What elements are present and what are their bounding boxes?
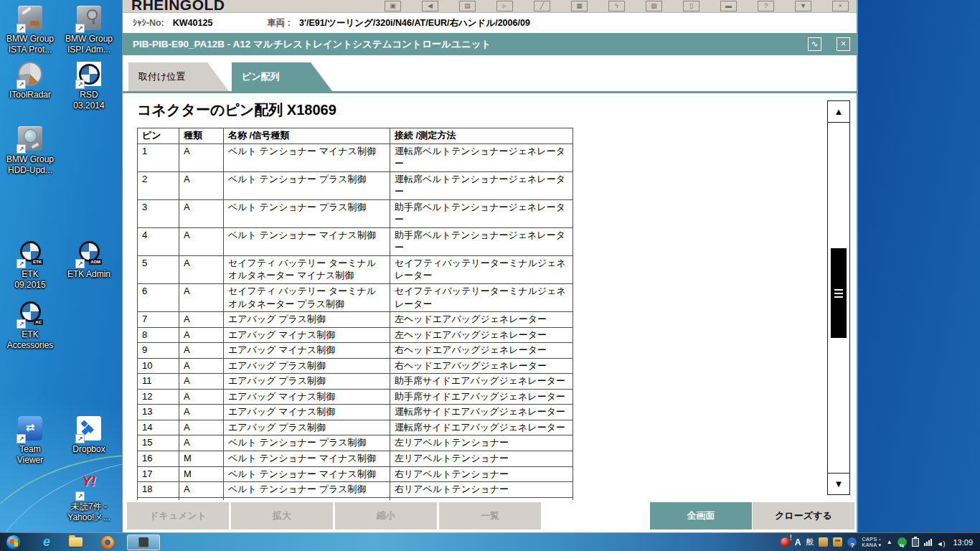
desktop-icon-etk-accessories[interactable]: ACETK Accessories — [1, 301, 59, 351]
footer-button-bar: ドキュメント拡大縮小一覧全画面クローズする — [123, 500, 857, 532]
tab-mounting-position[interactable]: 取付け位置 — [128, 62, 229, 91]
cell-pin: 4 — [138, 227, 179, 255]
cell-connection: 運転席サイドエアバッグジェネレーター — [390, 420, 573, 435]
caps-indicator[interactable]: CAPS — [862, 537, 881, 542]
connector-icon[interactable]: ϟ — [608, 1, 625, 11]
desktop-icon-etk-admin[interactable]: ADMETK Admin — [60, 241, 118, 280]
cell-pin: 8 — [138, 327, 179, 343]
shortcut-arrow-icon — [17, 24, 26, 33]
desktop-icon-label: ETK Admin — [60, 269, 118, 280]
documents-button[interactable]: ドキュメント — [127, 502, 229, 529]
notification-icon[interactable] — [781, 537, 790, 547]
cell-signal-name: エアバッグ プラス制御 — [224, 358, 390, 374]
waveform-icon[interactable]: ∿ — [808, 37, 821, 51]
scrollbar-thumb[interactable] — [831, 248, 847, 338]
save-icon[interactable]: ▣ — [385, 1, 401, 11]
scroll-down-icon[interactable]: ▼ — [828, 473, 849, 494]
desktop-icon-ista[interactable]: BMW Group ISTA Prot... — [1, 6, 59, 55]
panel-title: PIB-PIB-E90_PA12B - A12 マルチレストレイントシステムコン… — [133, 38, 491, 51]
cell-signal-name: エアバッグ マイナス制御 — [224, 389, 390, 405]
print-icon[interactable]: ▬ — [720, 1, 737, 11]
desktop-icon-label: BMW Group ISPI Adm... — [60, 34, 118, 55]
ime-toolbox-icon[interactable] — [833, 537, 842, 547]
table-row: 10Aエアバッグ プラス制御右ヘッドエアバッグジェネレーター — [138, 358, 573, 374]
help-icon[interactable]: ? — [758, 1, 774, 11]
desktop-icon-dropbox[interactable]: Dropbox — [60, 416, 118, 455]
cell-connection: 運転席サイドエアバッグジェネレーター — [390, 405, 573, 420]
vehicle-value: 3'/E91/ツーリング/320i/N46/AT/EUR/右ハンドル/2006/… — [299, 17, 530, 29]
shortcut-arrow-icon — [17, 319, 26, 329]
cell-pin: 12 — [138, 389, 179, 405]
document-icon[interactable]: ▯ — [683, 1, 699, 11]
screens-icon[interactable]: ▦ — [571, 1, 588, 11]
scrollbar[interactable]: ▲ ▼ — [827, 100, 850, 495]
table-header-row: ピン種類名称 /信号種類接続 /測定方法 — [138, 128, 573, 144]
cell-pin: 16 — [138, 451, 179, 467]
export-icon[interactable]: ▼ — [795, 1, 811, 11]
desktop-icon-itoolradar[interactable]: IToolRadar — [1, 62, 59, 100]
cell-type: A — [179, 171, 224, 199]
desktop-icon-label: Dropbox — [60, 444, 118, 455]
back-icon[interactable]: ◀ — [422, 1, 438, 11]
desktop: BMW Group ISTA Prot...BMW Group ISPI Adm… — [0, 0, 980, 551]
fullscreen-button[interactable]: 全画面 — [650, 502, 752, 529]
cell-pin: 11 — [138, 374, 179, 390]
tab-pin-assignment[interactable]: ピン配列 — [232, 62, 332, 91]
volume-icon[interactable] — [937, 536, 946, 549]
yahoo-logo-glyph: Y! — [83, 474, 96, 489]
forward-icon[interactable]: ▶ — [496, 1, 513, 11]
list-button[interactable]: 一覧 — [439, 502, 541, 529]
sync-tray-icon[interactable] — [897, 537, 907, 547]
cell-type: A — [179, 227, 224, 255]
desktop-icon-rsd[interactable]: RSD 03.2014 — [60, 62, 118, 111]
taskbar-clock[interactable]: 13:09 — [953, 538, 973, 547]
network-icon[interactable] — [924, 538, 932, 546]
vehicle-label: 車両 : — [267, 17, 291, 29]
show-hidden-icons-icon[interactable]: ▲ — [887, 539, 892, 545]
internet-explorer-icon[interactable]: e — [43, 534, 50, 550]
ime-palette-icon[interactable] — [819, 537, 828, 547]
desktop-icon-hdd-update[interactable]: BMW Group HDD-Upd... — [1, 126, 59, 176]
copy-icon[interactable]: ▤ — [459, 1, 476, 11]
zoom-in-button[interactable]: 拡大 — [231, 502, 333, 529]
wrench-icon[interactable]: ╱ — [534, 1, 550, 11]
start-button[interactable] — [6, 534, 22, 550]
active-task-button[interactable] — [127, 534, 160, 550]
close-icon[interactable]: × — [837, 37, 850, 51]
table-row: 18Aベルト テンショナー プラス制御右リアベルトテンショナー — [138, 482, 573, 498]
rheingold-window: RHEINGOLD ▣◀▤▶╱▦ϟ▨▯▬?▼× ｼｬｼ-No: KW40125 … — [122, 0, 858, 532]
cell-signal-name: セイフティ バッテリー ターミナル オルタネーター マイナス制御 — [224, 255, 390, 283]
vehicle-info-bar: ｼｬｼ-No: KW40125 車両 : 3'/E91/ツーリング/320i/N… — [123, 13, 857, 33]
cell-pin: 2 — [138, 171, 179, 199]
explorer-folder-icon[interactable] — [69, 537, 83, 547]
cell-type: A — [179, 482, 224, 498]
desktop-icon-etk[interactable]: ETKETK 09.2015 — [1, 241, 59, 291]
firefox-icon[interactable] — [101, 536, 114, 549]
cell-connection: 運転席ベルトテンショナージェネレーター — [390, 143, 573, 171]
cell-pin: 5 — [138, 255, 179, 283]
ime-conversion-mode[interactable]: 般 — [806, 537, 814, 547]
cell-connection: 左ヘッドエアバッグジェネレーター — [390, 312, 573, 328]
ime-help-icon[interactable] — [847, 537, 857, 547]
desktop-icon-yahoo-mail[interactable]: Y!未読7件 - Yahoo!メ... — [60, 474, 118, 523]
cell-type: A — [179, 420, 224, 435]
ime-input-mode[interactable]: A — [795, 537, 801, 547]
desktop-icon-teamviewer[interactable]: Team Viewer — [1, 416, 59, 466]
desktop-icon-ispi[interactable]: BMW Group ISPI Adm... — [60, 6, 118, 55]
close-button[interactable]: クローズする — [753, 502, 854, 529]
clipboard-tray-icon[interactable] — [912, 538, 919, 547]
cell-connection: 運転席ベルトテンショナージェネレーター — [390, 171, 573, 199]
cell-connection: セイフティバッテリーターミナルジェネレーター — [390, 255, 573, 283]
scroll-up-icon[interactable]: ▲ — [828, 101, 849, 123]
kana-indicator[interactable]: KANA — [862, 542, 881, 548]
shortcut-arrow-icon — [75, 80, 85, 89]
ime-caps-kana-indicator[interactable]: CAPS KANA — [862, 537, 881, 548]
cell-connection: 助手席サイドエアバッグジェネレーター — [390, 374, 573, 390]
rheingold-task-icon — [138, 537, 149, 547]
image-icon[interactable]: ▨ — [646, 1, 662, 11]
cell-type: A — [179, 405, 224, 420]
zoom-out-button[interactable]: 縮小 — [335, 502, 437, 529]
cell-signal-name: エアバッグ プラス制御 — [224, 420, 390, 435]
cell-type: A — [179, 143, 224, 171]
close-icon[interactable]: × — [832, 1, 849, 11]
